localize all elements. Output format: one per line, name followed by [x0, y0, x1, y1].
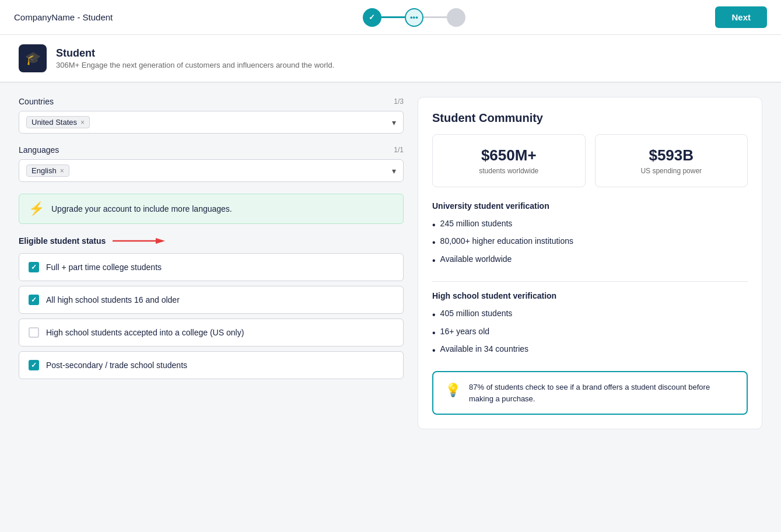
countries-chevron-icon: ▾ — [392, 118, 396, 127]
arrow-indicator — [113, 236, 165, 246]
languages-section: Languages 1/1 English × ▾ — [19, 145, 404, 182]
step-line-2 — [423, 16, 447, 18]
product-description: 306M+ Engage the next generation of cust… — [56, 61, 334, 69]
countries-tags: United States × — [26, 116, 90, 128]
checkbox-high-school-college-check — [29, 327, 39, 338]
graduation-icon: 🎓 — [25, 51, 41, 66]
stat-value-students: $650M+ — [442, 146, 576, 164]
product-icon: 🎓 — [19, 44, 47, 72]
product-title: Student — [56, 47, 334, 60]
info-box-text: 87% of students check to see if a brand … — [469, 382, 735, 404]
red-arrow-icon — [113, 236, 165, 246]
highschool-verification: High school student verification 405 mil… — [432, 291, 748, 359]
next-button[interactable]: Next — [715, 6, 767, 28]
checkbox-high-school-16-label: All high school students 16 and older — [46, 295, 180, 304]
countries-section: Countries 1/3 United States × ▾ — [19, 97, 404, 134]
eligible-status-title-row: Eligible student status — [19, 236, 404, 246]
language-tag-english[interactable]: English × — [26, 164, 69, 177]
language-tag-label: English — [31, 166, 57, 175]
checkbox-full-part-time-label: Full + part time college students — [46, 262, 162, 272]
stat-card-students: $650M+ students worldwide — [432, 134, 586, 187]
checkbox-full-part-time-check — [29, 262, 39, 272]
stat-label-students: students worldwide — [442, 167, 576, 175]
countries-label-row: Countries 1/3 — [19, 97, 404, 106]
main-content: Countries 1/3 United States × ▾ Language… — [0, 83, 781, 443]
countries-select[interactable]: United States × ▾ — [19, 111, 404, 134]
stat-value-spending: $593B — [605, 146, 738, 164]
countries-count: 1/3 — [394, 97, 404, 106]
right-panel: Student Community $650M+ students worldw… — [418, 97, 762, 429]
app-title: CompanyName - Student — [14, 12, 113, 22]
languages-label-row: Languages 1/1 — [19, 145, 404, 155]
stat-card-spending: $593B US spending power — [595, 134, 748, 187]
university-title: University student verification — [432, 201, 748, 211]
languages-chevron-icon: ▾ — [392, 166, 396, 176]
eligible-status-section: Eligible student status Full + part time… — [19, 236, 404, 379]
product-info: Student 306M+ Engage the next generation… — [56, 47, 334, 69]
stat-label-spending: US spending power — [605, 167, 738, 175]
checkbox-high-school-16-check — [29, 295, 39, 305]
info-box: 💡 87% of students check to see if a bran… — [432, 371, 748, 415]
checkbox-post-secondary-label: Post-secondary / trade school students — [46, 360, 187, 370]
language-tag-close[interactable]: × — [60, 167, 64, 175]
eligible-status-label: Eligible student status — [19, 236, 106, 246]
left-panel: Countries 1/3 United States × ▾ Language… — [19, 97, 404, 429]
step-2: ••• — [405, 8, 423, 27]
checkbox-post-secondary[interactable]: Post-secondary / trade school students — [19, 351, 404, 379]
university-bullets: 245 million students 80,000+ higher educ… — [432, 216, 748, 270]
step-1: ✓ — [363, 8, 381, 27]
highschool-bullet-1: 405 million students — [432, 306, 748, 324]
upgrade-banner: ⚡ Upgrade your account to include more l… — [19, 194, 404, 224]
country-tag-label: United States — [31, 118, 77, 127]
university-bullet-3: Available worldwide — [432, 252, 748, 270]
checkbox-full-part-time[interactable]: Full + part time college students — [19, 253, 404, 281]
product-banner: 🎓 Student 306M+ Engage the next generati… — [0, 35, 781, 82]
stats-row: $650M+ students worldwide $593B US spend… — [432, 134, 748, 187]
highschool-bullet-2: 16+ years old — [432, 324, 748, 342]
checkbox-high-school-16[interactable]: All high school students 16 and older — [19, 286, 404, 314]
section-divider — [432, 281, 748, 282]
highschool-title: High school student verification — [432, 291, 748, 300]
app-header: CompanyName - Student ✓ ••• Next — [0, 0, 781, 35]
languages-select[interactable]: English × ▾ — [19, 159, 404, 182]
checkbox-high-school-college-label: High school students accepted into a col… — [46, 328, 244, 337]
community-title: Student Community — [432, 111, 748, 125]
university-bullet-2: 80,000+ higher education institutions — [432, 234, 748, 251]
languages-count: 1/1 — [394, 146, 404, 154]
progress-stepper: ✓ ••• — [363, 8, 465, 27]
university-bullet-1: 245 million students — [432, 216, 748, 234]
step-3 — [447, 8, 465, 27]
languages-label: Languages — [19, 145, 59, 155]
step-line-1 — [381, 16, 405, 18]
lightning-icon: ⚡ — [29, 201, 44, 216]
country-tag-close[interactable]: × — [80, 118, 85, 127]
university-verification: University student verification 245 mill… — [432, 201, 748, 270]
lightbulb-icon: 💡 — [445, 383, 461, 398]
highschool-bullets: 405 million students 16+ years old Avail… — [432, 306, 748, 359]
languages-tags: English × — [26, 164, 69, 177]
upgrade-text: Upgrade your account to include more lan… — [51, 204, 232, 214]
svg-marker-1 — [156, 238, 165, 244]
highschool-bullet-3: Available in 34 countries — [432, 342, 748, 359]
country-tag-us[interactable]: United States × — [26, 116, 90, 128]
countries-label: Countries — [19, 97, 54, 106]
checkbox-high-school-college[interactable]: High school students accepted into a col… — [19, 318, 404, 346]
checkbox-post-secondary-check — [29, 360, 39, 370]
